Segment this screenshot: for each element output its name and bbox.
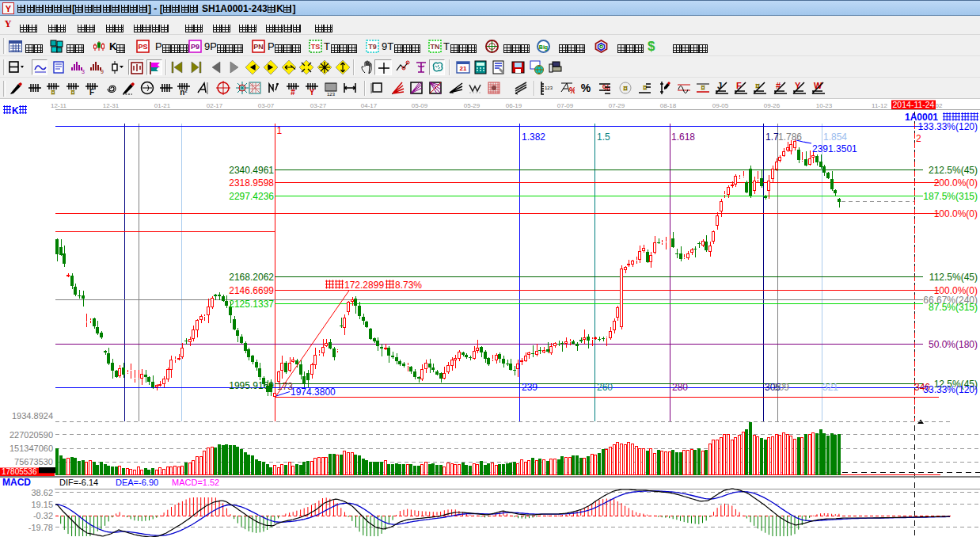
svg-text:04-17: 04-17 bbox=[361, 102, 378, 109]
svg-text:2318.9598: 2318.9598 bbox=[229, 177, 274, 189]
svg-text:50.0%(180): 50.0%(180) bbox=[929, 339, 978, 350]
svg-text:112.5%(45): 112.5%(45) bbox=[929, 272, 978, 283]
svg-text:02-17: 02-17 bbox=[207, 102, 223, 109]
svg-text:1.5: 1.5 bbox=[597, 131, 610, 143]
svg-text:%: % bbox=[581, 82, 591, 94]
svg-text:200.0%(0): 200.0%(0) bbox=[934, 177, 978, 189]
svg-text:33.33%(120): 33.33%(120) bbox=[923, 384, 978, 395]
svg-text:TS: TS bbox=[311, 43, 321, 51]
svg-text:07-09: 07-09 bbox=[557, 102, 574, 109]
svg-text:21: 21 bbox=[460, 65, 467, 72]
svg-text:321: 321 bbox=[822, 382, 838, 393]
svg-text:MACD=1.52: MACD=1.52 bbox=[172, 478, 219, 487]
svg-text:02: 02 bbox=[936, 102, 943, 109]
svg-text:1934.8924: 1934.8924 bbox=[12, 411, 53, 421]
svg-text:2297.4236: 2297.4236 bbox=[229, 191, 274, 202]
svg-text:1.786: 1.786 bbox=[778, 131, 802, 143]
svg-text:09-26: 09-26 bbox=[764, 102, 781, 109]
svg-text:11-12: 11-12 bbox=[872, 102, 887, 109]
svg-text:TN: TN bbox=[431, 43, 440, 51]
svg-text:2168.2062: 2168.2062 bbox=[229, 272, 274, 283]
svg-text:07-29: 07-29 bbox=[609, 102, 625, 109]
svg-text:133.33%(120): 133.33%(120) bbox=[918, 121, 978, 132]
svg-text:Y: Y bbox=[310, 88, 315, 97]
svg-text:P9: P9 bbox=[191, 43, 199, 51]
svg-text:123: 123 bbox=[545, 86, 553, 90]
svg-text:MACD: MACD bbox=[2, 477, 31, 488]
svg-text:Big: Big bbox=[539, 44, 548, 51]
svg-text:1A0001: 1A0001 bbox=[905, 112, 938, 123]
svg-text:F: F bbox=[89, 88, 94, 97]
svg-text:PN: PN bbox=[253, 43, 264, 51]
svg-text:123: 123 bbox=[327, 92, 336, 97]
svg-text:280: 280 bbox=[672, 382, 688, 393]
svg-text:1.7: 1.7 bbox=[765, 131, 779, 143]
svg-text:PS: PS bbox=[138, 43, 147, 51]
svg-text:n²: n² bbox=[180, 88, 188, 97]
svg-text:239: 239 bbox=[522, 382, 537, 393]
svg-text:227020590: 227020590 bbox=[9, 430, 53, 440]
svg-text:¤: ¤ bbox=[70, 88, 75, 97]
svg-text:1.382: 1.382 bbox=[522, 131, 545, 143]
svg-text:DEA=-6.90: DEA=-6.90 bbox=[116, 478, 158, 487]
svg-text:2146.6699: 2146.6699 bbox=[229, 285, 274, 296]
svg-text:-19.78: -19.78 bbox=[28, 523, 53, 532]
svg-text:-0.32: -0.32 bbox=[33, 511, 53, 520]
svg-text:W: W bbox=[814, 81, 822, 90]
svg-text:09-05: 09-05 bbox=[712, 102, 729, 109]
svg-text:2340.4961: 2340.4961 bbox=[229, 165, 274, 176]
svg-text:#: # bbox=[291, 88, 295, 97]
svg-text:03-27: 03-27 bbox=[310, 102, 327, 109]
svg-text:260: 260 bbox=[597, 382, 613, 393]
svg-text:187.5%(315): 187.5%(315) bbox=[923, 191, 978, 202]
svg-text:1.854: 1.854 bbox=[823, 131, 847, 143]
svg-text:¤: ¤ bbox=[701, 83, 705, 92]
svg-text:05-09: 05-09 bbox=[412, 102, 428, 109]
svg-text:%: % bbox=[602, 83, 610, 93]
svg-text:19.15: 19.15 bbox=[31, 500, 53, 509]
svg-text:38.62: 38.62 bbox=[31, 488, 53, 497]
svg-text:9: 9 bbox=[101, 69, 104, 74]
svg-text:%: % bbox=[569, 86, 575, 95]
svg-text:DIF=-6.14: DIF=-6.14 bbox=[59, 478, 98, 487]
svg-text:2: 2 bbox=[916, 133, 921, 144]
svg-text:1995.9169: 1995.9169 bbox=[229, 380, 274, 391]
svg-text:87.5%(315): 87.5%(315) bbox=[929, 302, 978, 313]
svg-text:212.5%(45): 212.5%(45) bbox=[929, 165, 978, 176]
svg-text:2014-11-24: 2014-11-24 bbox=[893, 100, 935, 109]
svg-text:1974.3800: 1974.3800 bbox=[291, 387, 336, 398]
svg-text:1: 1 bbox=[277, 125, 283, 136]
svg-text:03-07: 03-07 bbox=[258, 102, 275, 109]
svg-text:T9: T9 bbox=[368, 43, 377, 51]
svg-text:2125.1337: 2125.1337 bbox=[229, 299, 274, 310]
svg-text:¤: ¤ bbox=[623, 83, 628, 93]
svg-text:K: K bbox=[12, 105, 19, 116]
svg-text:¤: ¤ bbox=[51, 88, 55, 97]
svg-text:08-18: 08-18 bbox=[660, 102, 677, 109]
svg-text:75673530: 75673530 bbox=[14, 457, 53, 467]
svg-text:17805536: 17805536 bbox=[2, 467, 37, 476]
svg-text:8.73%: 8.73% bbox=[395, 280, 422, 291]
svg-text:3: 3 bbox=[82, 69, 85, 74]
svg-text:172.2899: 172.2899 bbox=[344, 280, 384, 291]
svg-text:06-19: 06-19 bbox=[506, 102, 522, 109]
svg-text:01-21: 01-21 bbox=[154, 102, 171, 109]
svg-text:309: 309 bbox=[773, 382, 789, 393]
svg-text:12-31: 12-31 bbox=[103, 102, 120, 109]
svg-text:2391.3501: 2391.3501 bbox=[812, 143, 857, 154]
svg-text:100.0%(0): 100.0%(0) bbox=[934, 208, 978, 219]
svg-text:151347060: 151347060 bbox=[9, 444, 53, 453]
svg-text:05-29: 05-29 bbox=[464, 102, 481, 109]
svg-text:12-11: 12-11 bbox=[51, 102, 66, 109]
svg-text:1.618: 1.618 bbox=[671, 131, 695, 143]
svg-text:10-23: 10-23 bbox=[816, 102, 833, 109]
